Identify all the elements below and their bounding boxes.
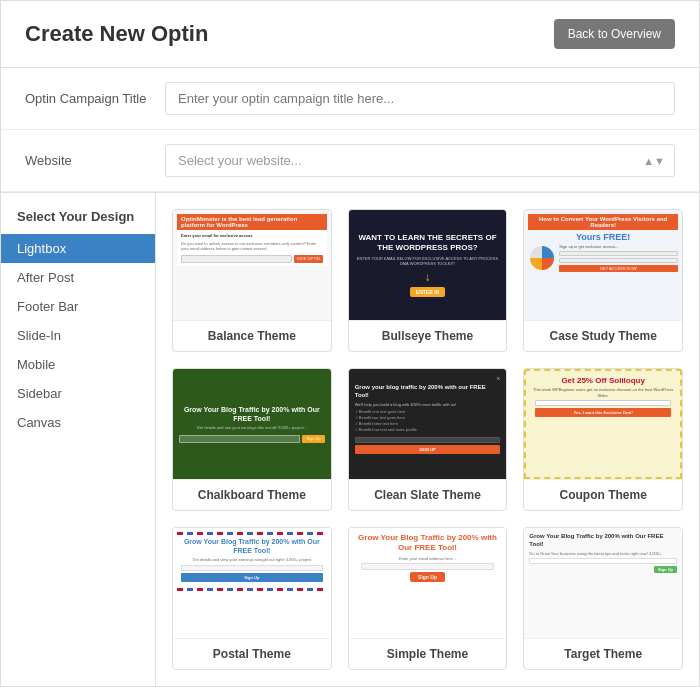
form-section: Optin Campaign Title Website Select your…	[1, 68, 699, 193]
theme-preview-bullseye: WANT TO LEARN THE SECRETS OF THE WORDPRE…	[349, 210, 507, 320]
theme-name-postal: Postal Theme	[173, 638, 331, 669]
case-form: Sign up to get exclusive access... GET A…	[559, 244, 678, 272]
balance-body: Enter your email for exclusive access Do…	[177, 230, 327, 266]
coupon-sub: This week WPBeginner users get an exclus…	[531, 387, 675, 398]
case-pie-chart	[528, 244, 556, 272]
theme-preview-chalkboard: Grow Your Blog Traffic by 200% with Our …	[173, 369, 331, 479]
target-sub: Go to Grow Your business using the lates…	[529, 551, 677, 557]
sidebar-item-sidebar[interactable]: Sidebar	[1, 379, 155, 408]
theme-preview-cleanslate: × Grow your blog traffic by 200% with ou…	[349, 369, 507, 479]
theme-preview-case: How to Convert Your WordPress Visitors a…	[524, 210, 682, 320]
simple-title: Grow Your Blog Traffic by 200% with Our …	[354, 533, 502, 554]
theme-card-coupon[interactable]: Get 25% Off Soliloquy This week WPBeginn…	[523, 368, 683, 511]
theme-card-bullseye[interactable]: WANT TO LEARN THE SECRETS OF THE WORDPRE…	[348, 209, 508, 352]
sidebar-heading: Select Your Design	[1, 209, 155, 234]
theme-name-bullseye: Bullseye Theme	[349, 320, 507, 351]
sidebar-item-slide-in[interactable]: Slide-In	[1, 321, 155, 350]
theme-preview-target: Grow Your Blog Traffic by 200% with Our …	[524, 528, 682, 638]
theme-card-simple[interactable]: Grow Your Blog Traffic by 200% with Our …	[348, 527, 508, 670]
cs-title: Grow your blog traffic by 200% with our …	[355, 384, 501, 400]
chalk-form: Sign Up	[179, 435, 325, 443]
theme-preview-coupon: Get 25% Off Soliloquy This week WPBeginn…	[524, 369, 682, 479]
target-title: Grow Your Blog Traffic by 200% with Our …	[529, 533, 677, 549]
theme-card-chalkboard[interactable]: Grow Your Blog Traffic by 200% with Our …	[172, 368, 332, 511]
content-area: Select Your Design Lightbox After Post F…	[1, 193, 699, 686]
bullseye-arrow-icon: ↓	[424, 270, 430, 284]
sidebar-item-after-post[interactable]: After Post	[1, 263, 155, 292]
cs-close-icon: ×	[355, 375, 501, 382]
case-yours-free: Yours FREE!	[528, 232, 678, 242]
page-header: Create New Optin Back to Overview	[1, 1, 699, 68]
page-title: Create New Optin	[25, 21, 208, 47]
cs-list: ✓ Benefit one text goes here ✓ Benefit t…	[355, 409, 501, 433]
campaign-title-input[interactable]	[165, 82, 675, 115]
sidebar-item-canvas[interactable]: Canvas	[1, 408, 155, 437]
case-body: Sign up to get exclusive access... GET A…	[528, 244, 678, 272]
theme-name-target: Target Theme	[524, 638, 682, 669]
chalk-sub: Get details and see your earnings this m…	[197, 425, 307, 431]
theme-card-clean-slate[interactable]: × Grow your blog traffic by 200% with ou…	[348, 368, 508, 511]
page-wrapper: Create New Optin Back to Overview Optin …	[0, 0, 700, 687]
postal-title: Grow Your Blog Traffic by 200% with Our …	[177, 537, 327, 555]
design-sidebar: Select Your Design Lightbox After Post F…	[1, 193, 156, 686]
theme-name-coupon: Coupon Theme	[524, 479, 682, 510]
theme-preview-balance: OptinMonster is the best lead generation…	[173, 210, 331, 320]
cs-form: SIGN UP	[355, 437, 501, 454]
cs-sub: We'll help you build a blog with 200% mo…	[355, 402, 501, 408]
theme-name-balance: Balance Theme	[173, 320, 331, 351]
bullseye-inner: WANT TO LEARN THE SECRETS OF THE WORDPRE…	[357, 233, 499, 296]
sidebar-item-lightbox[interactable]: Lightbox	[1, 234, 155, 263]
website-row: Website Select your website... ▲▼	[1, 130, 699, 192]
website-select-wrapper: Select your website... ▲▼	[165, 144, 675, 177]
case-header: How to Convert Your WordPress Visitors a…	[528, 214, 678, 230]
theme-name-clean-slate: Clean Slate Theme	[349, 479, 507, 510]
sidebar-item-mobile[interactable]: Mobile	[1, 350, 155, 379]
balance-header: OptinMonster is the best lead generation…	[177, 214, 327, 230]
theme-card-target[interactable]: Grow Your Blog Traffic by 200% with Our …	[523, 527, 683, 670]
website-select[interactable]: Select your website...	[165, 144, 675, 177]
postal-sub: Get details and view your earnings strai…	[177, 557, 327, 563]
theme-name-chalkboard: Chalkboard Theme	[173, 479, 331, 510]
bullseye-title: WANT TO LEARN THE SECRETS OF THE WORDPRE…	[357, 233, 499, 252]
theme-preview-simple: Grow Your Blog Traffic by 200% with Our …	[349, 528, 507, 638]
theme-name-case-study: Case Study Theme	[524, 320, 682, 351]
themes-grid: OptinMonster is the best lead generation…	[156, 193, 699, 686]
campaign-title-row: Optin Campaign Title	[1, 68, 699, 130]
campaign-title-label: Optin Campaign Title	[25, 91, 165, 106]
theme-name-simple: Simple Theme	[349, 638, 507, 669]
theme-card-postal[interactable]: Grow Your Blog Traffic by 200% with Our …	[172, 527, 332, 670]
sidebar-item-footer-bar[interactable]: Footer Bar	[1, 292, 155, 321]
simple-sub: Enter your email address here...	[399, 556, 456, 561]
bullseye-cta: ENTER IN	[410, 287, 445, 297]
chalk-title: Grow Your Blog Traffic by 200% with Our …	[179, 405, 325, 423]
website-label: Website	[25, 153, 165, 168]
theme-card-case-study[interactable]: How to Convert Your WordPress Visitors a…	[523, 209, 683, 352]
theme-preview-postal: Grow Your Blog Traffic by 200% with Our …	[173, 528, 331, 638]
coupon-title: Get 25% Off Soliloquy	[531, 376, 675, 385]
theme-card-balance[interactable]: OptinMonster is the best lead generation…	[172, 209, 332, 352]
back-to-overview-button[interactable]: Back to Overview	[554, 19, 675, 49]
